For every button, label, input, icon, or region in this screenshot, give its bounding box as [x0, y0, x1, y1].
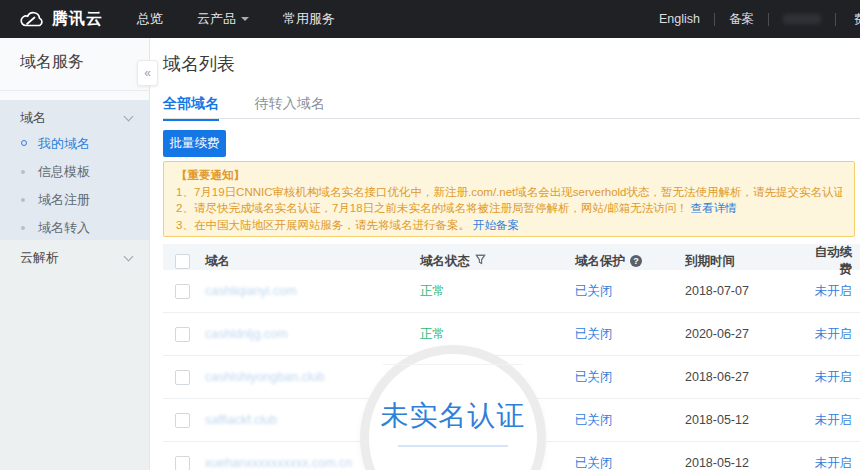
- sidebar-item-info-templates[interactable]: 信息模板: [0, 158, 149, 186]
- expire-date: 2020-06-27: [683, 327, 813, 341]
- nav-common-services[interactable]: 常用服务: [283, 10, 335, 28]
- protection-link[interactable]: 已关闭: [566, 326, 683, 343]
- beian-link[interactable]: 备案: [729, 11, 754, 28]
- bullet-icon: [21, 170, 25, 174]
- sidebar: 域名服务 « 域名 我的域名 信息模板 域名注册 域名转入 云: [0, 38, 150, 470]
- domain-status: 正常: [416, 283, 566, 300]
- sidebar-item-label: 我的域名: [38, 136, 90, 151]
- active-bullet-icon: [21, 140, 27, 146]
- row-checkbox[interactable]: [175, 327, 190, 342]
- autorenew-link[interactable]: 未开启: [813, 326, 860, 343]
- help-icon[interactable]: ?: [630, 255, 642, 267]
- divider: [0, 90, 149, 91]
- clipped-nav-item[interactable]: 费: [854, 11, 860, 28]
- divider: [835, 13, 836, 26]
- tab-bar: 全部域名 待转入域名: [163, 95, 860, 119]
- domain-name-redacted[interactable]: xuehanxxxxxxxxxx.com.cn: [205, 456, 352, 470]
- table-header: 域名 域名状态 域名保护 ? 到期时间 自动续费: [163, 244, 860, 270]
- row-checkbox[interactable]: [175, 413, 190, 428]
- table-row: cashldnljg.com 正常 已关闭 2020-06-27 未开启: [163, 313, 860, 356]
- divider: [714, 13, 715, 26]
- notice-banner: 【重要通知】 1、7月19日CNNIC审核机构域名实名接口优化中，新注册.com…: [163, 161, 855, 237]
- autorenew-link[interactable]: 未开启: [813, 455, 860, 470]
- sidebar-group-domain: 域名 我的域名 信息模板 域名注册 域名转入: [0, 100, 149, 240]
- protection-link[interactable]: 已关闭: [566, 412, 683, 429]
- chevron-down-icon[interactable]: [124, 112, 134, 122]
- filter-icon[interactable]: [475, 254, 486, 268]
- topbar-right: English 备案 费: [659, 11, 860, 28]
- sidebar-item-domain-register[interactable]: 域名注册: [0, 186, 149, 214]
- sidebar-item-label: 信息模板: [38, 164, 90, 179]
- protection-link[interactable]: 已关闭: [566, 283, 683, 300]
- select-all-checkbox[interactable]: [175, 254, 190, 269]
- table-row: cashliqianyi.com 正常 已关闭 2018-07-07 未开启: [163, 270, 860, 313]
- page-title: 域名列表: [163, 52, 235, 76]
- protection-link[interactable]: 已关闭: [566, 455, 683, 470]
- console-window: 腾讯云 总览 云产品 常用服务 English 备案 费 域名服务 « 域名 我…: [0, 0, 860, 470]
- row-checkbox[interactable]: [175, 456, 190, 470]
- not-verified-magnifier-overlay: 未实名认证: [360, 345, 546, 470]
- sidebar-item-my-domains[interactable]: 我的域名: [0, 130, 149, 158]
- cloud-logo-icon: [18, 9, 45, 29]
- magnified-row-divider: [383, 364, 523, 365]
- expire-date: 2018-05-12: [683, 456, 813, 470]
- start-beian-link[interactable]: 开始备案: [473, 219, 519, 231]
- magnified-link-underline: [398, 445, 508, 447]
- tab-pending-transfer[interactable]: 待转入域名: [255, 95, 325, 119]
- row-checkbox[interactable]: [175, 370, 190, 385]
- row-checkbox[interactable]: [175, 284, 190, 299]
- sidebar-collapse-button[interactable]: «: [137, 60, 158, 86]
- domain-name-redacted[interactable]: cashliqianyi.com: [205, 284, 297, 298]
- nav-products-label: 云产品: [197, 10, 236, 28]
- col-header-status: 域名状态: [420, 253, 470, 270]
- expire-date: 2018-07-07: [683, 284, 813, 298]
- not-verified-label: 未实名认证: [369, 397, 537, 435]
- bullet-icon: [21, 198, 25, 202]
- tencent-cloud-logo[interactable]: 腾讯云: [18, 9, 103, 30]
- tab-all-domains[interactable]: 全部域名: [163, 95, 219, 121]
- autorenew-link[interactable]: 未开启: [813, 283, 860, 300]
- nav-products[interactable]: 云产品: [197, 10, 249, 28]
- topbar: 腾讯云 总览 云产品 常用服务 English 备案 费: [0, 0, 860, 38]
- notice-line-2-text: 2、请尽快完成域名实名认证，7月18日之前未实名的域名将被注册局暂停解析，网站/…: [176, 202, 688, 214]
- batch-renew-button[interactable]: 批量续费: [163, 130, 226, 157]
- divider: [768, 13, 769, 26]
- domain-name-redacted[interactable]: saffiackf.club: [205, 413, 277, 427]
- col-header-domain: 域名: [203, 253, 416, 270]
- bullet-icon: [21, 226, 25, 230]
- notice-line-3: 3、在中国大陆地区开展网站服务，请先将域名进行备案。开始备案: [176, 217, 842, 234]
- chevron-down-icon[interactable]: [124, 252, 134, 262]
- expire-date: 2018-06-27: [683, 370, 813, 384]
- sidebar-item-label: 域名注册: [38, 192, 90, 207]
- autorenew-link[interactable]: 未开启: [813, 412, 860, 429]
- sidebar-item-label: 域名转入: [38, 220, 90, 235]
- col-header-autorenew: 自动续费: [813, 244, 860, 278]
- col-header-expire: 到期时间: [683, 253, 813, 270]
- sidebar-title: 域名服务: [20, 52, 84, 73]
- sidebar-group-dns: 云解析: [0, 240, 149, 470]
- col-header-protection: 域名保护: [575, 253, 625, 270]
- sidebar-group-domain-label[interactable]: 域名: [20, 109, 46, 127]
- sidebar-group-dns-label[interactable]: 云解析: [20, 249, 59, 267]
- autorenew-link[interactable]: 未开启: [813, 369, 860, 386]
- account-blurred[interactable]: [783, 14, 821, 24]
- language-switch[interactable]: English: [659, 12, 700, 26]
- notice-line-3-text: 3、在中国大陆地区开展网站服务，请先将域名进行备案。: [176, 219, 470, 231]
- expire-date: 2018-05-12: [683, 413, 813, 427]
- logo-text: 腾讯云: [52, 9, 103, 30]
- main-content: 域名列表 全部域名 待转入域名 批量续费 【重要通知】 1、7月19日CNNIC…: [150, 38, 860, 470]
- protection-link[interactable]: 已关闭: [566, 369, 683, 386]
- sidebar-item-domain-transfer[interactable]: 域名转入: [0, 214, 149, 242]
- notice-line-2: 2、请尽快完成域名实名认证，7月18日之前未实名的域名将被注册局暂停解析，网站/…: [176, 200, 842, 217]
- caret-down-icon: [241, 17, 249, 21]
- view-details-link[interactable]: 查看详情: [691, 202, 737, 214]
- domain-name-redacted[interactable]: cashldnljg.com: [205, 327, 288, 341]
- notice-title: 【重要通知】: [176, 167, 842, 184]
- domain-status: 正常: [416, 326, 566, 343]
- nav-overview[interactable]: 总览: [137, 10, 163, 28]
- notice-line-1: 1、7月19日CNNIC审核机构域名实名接口优化中，新注册.com/.net域名…: [176, 184, 842, 201]
- domain-name-redacted[interactable]: cashlshiyongban.club: [205, 370, 325, 384]
